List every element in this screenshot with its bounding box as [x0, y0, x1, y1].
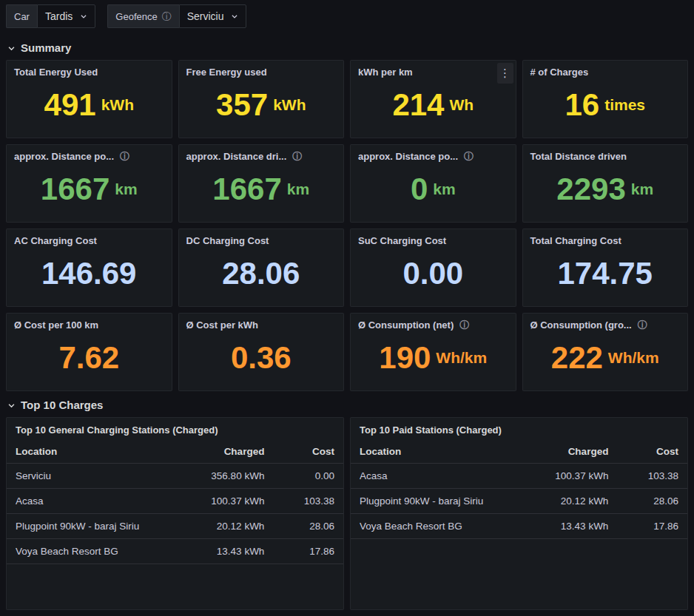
- stat-unit: km: [115, 181, 137, 197]
- stat-value: 174.75: [523, 246, 688, 306]
- stat-number: 174.75: [558, 258, 653, 289]
- stat-value: 491 kWh: [7, 78, 172, 138]
- stat-value: 16 times: [523, 78, 688, 138]
- variable-car: Car Tardis: [6, 4, 95, 28]
- stat-panel-approx-distance-driven: approx. Distance dri... ⓘ 1667 km: [178, 144, 345, 223]
- summary-stats-grid: Total Energy Used 491 kWh Free Energy us…: [0, 60, 694, 391]
- column-header-cost[interactable]: Cost: [608, 446, 678, 457]
- panel-title: Ø Cost per kWh: [186, 319, 259, 331]
- column-header-location[interactable]: Location: [16, 446, 171, 457]
- stat-value: 0 km: [351, 162, 516, 222]
- info-icon[interactable]: ⓘ: [638, 320, 647, 330]
- info-icon[interactable]: ⓘ: [162, 12, 172, 21]
- cell-location: Acasa: [360, 470, 515, 481]
- row-header-summary[interactable]: Summary: [0, 34, 694, 60]
- info-icon[interactable]: ⓘ: [459, 320, 469, 330]
- row-header-top-10-charges[interactable]: Top 10 Charges: [0, 391, 694, 417]
- stat-value: 1667 km: [179, 162, 344, 222]
- stat-panel-consumption-net: Ø Consumption (net) ⓘ 190 Wh/km: [350, 313, 516, 391]
- cell-charged: 356.80 kWh: [171, 470, 264, 481]
- column-header-cost[interactable]: Cost: [264, 446, 334, 457]
- cell-location: Voya Beach Resort BG: [360, 521, 515, 532]
- panel-title: Top 10 General Charging Stations (Charge…: [7, 418, 343, 440]
- chevron-down-icon: [80, 13, 87, 20]
- panel-title: Ø Consumption (net): [358, 319, 454, 331]
- stat-value: 0.36: [179, 331, 344, 390]
- cell-charged: 100.37 kWh: [515, 470, 608, 481]
- stat-panel-number-of-charges: # of Charges 16 times: [522, 60, 689, 138]
- cell-cost: 17.86: [608, 521, 678, 532]
- column-header-charged[interactable]: Charged: [171, 446, 264, 457]
- stat-panel-dc-charging-cost: DC Charging Cost 28.06: [178, 229, 345, 307]
- cell-location: Plugpoint 90kW - baraj Siriu: [360, 495, 515, 507]
- stat-value: 214 Wh: [351, 78, 516, 138]
- panel-title: approx. Distance po...: [14, 151, 114, 162]
- panel-title: approx. Distance po...: [358, 151, 458, 162]
- info-icon[interactable]: ⓘ: [464, 152, 474, 161]
- stat-number: 1667: [212, 174, 281, 205]
- stat-value: 2293 km: [523, 162, 688, 222]
- table-row: Plugpoint 90kW - baraj Siriu 20.12 kWh 2…: [351, 489, 687, 514]
- stat-unit: kWh: [101, 97, 134, 112]
- stat-value: 28.06: [179, 246, 344, 306]
- table-panel-paid-stations: Top 10 Paid Stations (Charged) Location …: [350, 417, 688, 610]
- cell-charged: 100.37 kWh: [171, 495, 264, 507]
- panel-title: Ø Cost per 100 km: [14, 319, 98, 331]
- stat-unit: km: [433, 181, 455, 197]
- variable-car-label-text: Car: [14, 11, 30, 22]
- variable-geofence-value: Serviciu: [187, 10, 224, 22]
- stat-number: 0.36: [231, 342, 292, 373]
- panel-menu-kebab-icon[interactable]: ⋮: [497, 63, 513, 84]
- stat-value: 146.69: [7, 246, 172, 306]
- variable-geofence-label-text: Geofence: [115, 11, 157, 22]
- stat-panel-free-energy-used: Free Energy used 357 kWh: [178, 60, 345, 138]
- cell-charged: 20.12 kWh: [515, 495, 608, 507]
- stat-number: 0.00: [402, 258, 463, 289]
- section-title: Top 10 Charges: [21, 399, 103, 411]
- variable-geofence-picker[interactable]: Serviciu: [179, 4, 247, 28]
- variable-car-picker[interactable]: Tardis: [37, 4, 95, 28]
- variable-car-value: Tardis: [45, 10, 73, 22]
- panel-title: AC Charging Cost: [14, 235, 97, 246]
- table-row: Acasa 100.37 kWh 103.38: [7, 489, 343, 514]
- stat-number: 146.69: [41, 258, 136, 289]
- table-row: Voya Beach Resort BG 13.43 kWh 17.86: [7, 539, 343, 564]
- stat-panel-total-charging-cost: Total Charging Cost 174.75: [522, 229, 689, 307]
- cell-location: Serviciu: [16, 470, 171, 481]
- stat-unit: km: [287, 181, 309, 197]
- table-header-row: Location Charged Cost: [351, 440, 687, 464]
- stat-value: 1667 km: [7, 162, 172, 222]
- cell-location: Voya Beach Resort BG: [16, 546, 171, 557]
- cell-location: Plugpoint 90kW - baraj Siriu: [16, 521, 171, 532]
- stat-unit: Wh/km: [608, 350, 659, 365]
- table-row: Serviciu 356.80 kWh 0.00: [7, 464, 343, 489]
- info-icon[interactable]: ⓘ: [120, 152, 129, 161]
- panel-title: Total Distance driven: [530, 151, 627, 162]
- info-icon[interactable]: ⓘ: [292, 152, 302, 161]
- stat-number: 357: [216, 89, 268, 121]
- chevron-down-icon: [231, 13, 238, 20]
- stat-value: 190 Wh/km: [351, 331, 516, 390]
- column-header-location[interactable]: Location: [360, 446, 515, 457]
- stat-number: 222: [551, 342, 603, 373]
- panel-title: Total Energy Used: [14, 67, 98, 78]
- stat-value: 222 Wh/km: [523, 331, 688, 390]
- table-panel-general-charging-stations: Top 10 General Charging Stations (Charge…: [6, 417, 344, 610]
- cell-cost: 103.38: [608, 470, 678, 481]
- cell-location: Acasa: [16, 495, 171, 507]
- stat-number: 0: [411, 174, 428, 205]
- stat-number: 2293: [556, 174, 625, 205]
- variable-geofence-label: Geofence ⓘ: [107, 4, 178, 28]
- stat-panel-approx-distance-possible-1: approx. Distance po... ⓘ 1667 km: [6, 144, 172, 223]
- chevron-down-icon: [7, 44, 15, 52]
- stat-unit: times: [604, 97, 645, 112]
- stat-panel-cost-per-kwh: Ø Cost per kWh 0.36: [178, 313, 345, 391]
- stat-panel-consumption-gross: Ø Consumption (gro... ⓘ 222 Wh/km: [522, 313, 689, 391]
- panel-title: approx. Distance dri...: [186, 151, 287, 162]
- section-title: Summary: [21, 41, 71, 54]
- column-header-charged[interactable]: Charged: [515, 446, 608, 457]
- grafana-dashboard: Car Tardis Geofence ⓘ Serviciu Summary T…: [0, 0, 694, 616]
- table-row: Voya Beach Resort BG 13.43 kWh 17.86: [351, 514, 687, 539]
- stat-number: 16: [565, 89, 599, 121]
- stat-value: 0.00: [351, 246, 516, 306]
